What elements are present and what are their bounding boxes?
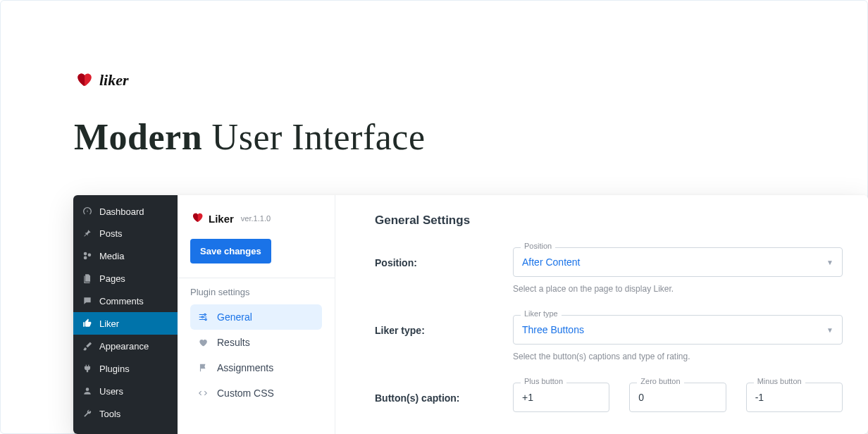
float-label: Minus button	[754, 377, 805, 385]
sidebar-item-label: Media	[99, 251, 124, 261]
svg-point-2	[205, 318, 206, 320]
pin-icon	[82, 228, 93, 239]
position-helper: Select a place on the page to display Li…	[513, 284, 843, 294]
position-label: Position:	[375, 247, 513, 268]
settings-item-label: Results	[217, 337, 250, 348]
settings-item-assignments[interactable]: Assignments	[190, 355, 322, 380]
hero-title: Modern User Interface	[1, 91, 867, 158]
plugin-name: Liker	[209, 213, 234, 225]
plus-button-input-wrap: Plus button	[513, 383, 609, 412]
plugin-header: Liker ver.1.1.0	[190, 211, 322, 226]
comment-icon	[82, 295, 93, 306]
settings-group-title: Plugin settings	[190, 287, 322, 297]
settings-item-label: General	[217, 311, 252, 323]
sidebar-item-plugins[interactable]: Plugins	[73, 357, 178, 380]
save-button[interactable]: Save changes	[190, 239, 271, 264]
float-label: Plus button	[521, 377, 566, 385]
heart-icon	[197, 337, 209, 348]
plugin-version: ver.1.1.0	[241, 214, 271, 223]
sidebar-item-posts[interactable]: Posts	[73, 222, 178, 244]
float-label: Liker type	[521, 309, 562, 318]
sidebar-item-pages[interactable]: Pages	[73, 267, 178, 290]
wp-sidebar: Dashboard Posts Media Pages Comments Lik…	[73, 195, 178, 434]
captions-row: Button(s) caption: Plus button Zero butt…	[375, 383, 843, 412]
wrench-icon	[82, 408, 93, 419]
main-panel: General Settings Position: Position Afte…	[335, 195, 868, 434]
heart-icon	[190, 211, 204, 226]
thumb-icon	[82, 318, 93, 329]
settings-item-custom-css[interactable]: Custom CSS	[190, 380, 322, 406]
sidebar-item-comments[interactable]: Comments	[73, 290, 178, 312]
minus-button-input[interactable]	[755, 392, 833, 403]
settings-item-general[interactable]: General	[190, 304, 322, 330]
sidebar-item-label: Tools	[99, 409, 120, 419]
sidebar-item-label: Appearance	[99, 341, 149, 352]
sidebar-item-users[interactable]: Users	[73, 380, 178, 402]
settings-item-label: Custom CSS	[217, 388, 274, 399]
sidebar-item-liker[interactable]: Liker	[73, 312, 178, 335]
sidebar-item-label: Liker	[99, 318, 119, 329]
code-icon	[197, 388, 209, 399]
liker-type-helper: Select the button(s) captions and type o…	[513, 352, 843, 361]
heart-icon	[74, 70, 94, 91]
flag-icon	[197, 362, 209, 373]
sidebar-item-label: Posts	[99, 228, 123, 239]
sidebar-item-dashboard[interactable]: Dashboard	[73, 195, 178, 222]
svg-point-0	[204, 314, 206, 315]
settings-item-results[interactable]: Results	[190, 330, 322, 355]
brand-header: liker	[1, 1, 867, 91]
sidebar-item-media[interactable]: Media	[73, 244, 178, 267]
media-icon	[82, 250, 93, 261]
select-value: After Content	[522, 256, 581, 268]
sidebar-item-label: Users	[99, 386, 123, 397]
brand-name: liker	[99, 71, 129, 89]
settings-item-label: Assignments	[217, 362, 273, 373]
gauge-icon	[82, 206, 93, 217]
page-title: General Settings	[375, 213, 843, 228]
float-label: Zero button	[637, 377, 683, 385]
sidebar-item-label: Dashboard	[99, 206, 144, 217]
user-icon	[82, 385, 93, 397]
zero-button-input[interactable]	[638, 392, 717, 403]
brush-icon	[82, 340, 93, 352]
liker-type-label: Liker type:	[375, 315, 513, 336]
pages-icon	[82, 273, 93, 284]
sliders-icon	[197, 311, 209, 323]
sidebar-item-label: Plugins	[99, 364, 130, 374]
captions-label: Button(s) caption:	[375, 383, 513, 404]
chevron-down-icon: ▼	[826, 326, 833, 334]
liker-type-row: Liker type: Liker type Three Buttons ▼ S…	[375, 315, 843, 361]
divider	[178, 278, 335, 278]
chevron-down-icon: ▼	[826, 259, 833, 266]
plug-icon	[82, 363, 93, 374]
position-row: Position: Position After Content ▼ Selec…	[375, 247, 843, 294]
sidebar-item-appearance[interactable]: Appearance	[73, 335, 178, 357]
select-value: Three Buttons	[522, 324, 584, 335]
zero-button-input-wrap: Zero button	[629, 383, 726, 412]
app-window: Dashboard Posts Media Pages Comments Lik…	[73, 195, 868, 434]
sidebar-item-label: Comments	[99, 296, 144, 306]
liker-type-select[interactable]: Liker type Three Buttons ▼	[513, 315, 843, 345]
svg-point-1	[202, 316, 203, 318]
minus-button-input-wrap: Minus button	[746, 383, 843, 412]
float-label: Position	[521, 242, 555, 250]
position-select[interactable]: Position After Content ▼	[513, 247, 843, 277]
plugin-panel: Liker ver.1.1.0 Save changes Plugin sett…	[178, 195, 335, 434]
plus-button-input[interactable]	[522, 392, 600, 403]
sidebar-item-label: Pages	[99, 273, 125, 284]
sidebar-item-tools[interactable]: Tools	[73, 402, 178, 425]
